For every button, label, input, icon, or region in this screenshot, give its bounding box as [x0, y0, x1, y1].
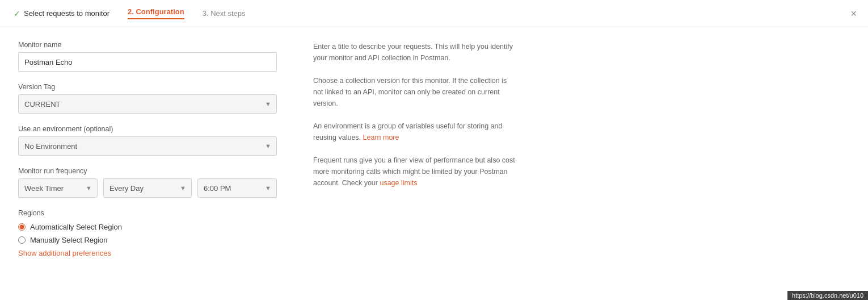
stepper-label-3: 3. Next steps [203, 9, 246, 18]
stepper-label-2: 2. Configuration [128, 7, 184, 16]
main-content: Monitor name Version Tag CURRENT ▼ Use a… [0, 27, 868, 300]
usage-limits-link[interactable]: usage limits [380, 179, 417, 187]
monitor-name-label: Monitor name [18, 41, 277, 49]
regions-group: Regions Automatically Select Region Manu… [18, 209, 277, 257]
time-select-wrapper: 6:00 PM ▼ [197, 178, 277, 198]
version-tag-select-wrapper: CURRENT ▼ [18, 94, 277, 114]
regions-label: Regions [18, 209, 277, 217]
frequency-help: Frequent runs give you a finer view of p… [313, 155, 515, 189]
auto-region-label: Automatically Select Region [30, 223, 122, 231]
version-tag-label: Version Tag [18, 83, 277, 91]
show-additional-prefs-button[interactable]: Show additional preferences [18, 249, 111, 257]
stepper-item-1[interactable]: ✓ Select requests to monitor [14, 9, 109, 18]
stepper-bar: ✓ Select requests to monitor 2. Configur… [0, 0, 868, 27]
stepper-item-3[interactable]: 3. Next steps [203, 9, 246, 18]
learn-more-link[interactable]: Learn more [363, 134, 399, 141]
stepper-label-1: Select requests to monitor [24, 9, 109, 18]
form-section: Monitor name Version Tag CURRENT ▼ Use a… [0, 27, 295, 300]
environment-group: Use an environment (optional) No Environ… [18, 125, 277, 156]
monitor-name-input[interactable] [18, 52, 277, 72]
manual-region-label: Manually Select Region [30, 236, 108, 244]
monitor-name-help: Enter a title to describe your requests.… [313, 41, 515, 64]
monitor-name-help-text: Enter a title to describe your requests.… [313, 43, 513, 62]
frequency-row: Week Timer ▼ Every Day ▼ 6:00 PM ▼ [18, 178, 277, 198]
monitor-name-group: Monitor name [18, 41, 277, 72]
environment-label: Use an environment (optional) [18, 125, 277, 133]
auto-region-radio[interactable] [18, 223, 26, 231]
period-select[interactable]: Every Day [103, 178, 192, 198]
help-section: Enter a title to describe your requests.… [295, 27, 533, 300]
environment-select[interactable]: No Environment [18, 136, 277, 156]
check-icon: ✓ [14, 9, 20, 18]
auto-region-option: Automatically Select Region [18, 223, 277, 231]
run-frequency-group: Monitor run frequency Week Timer ▼ Every… [18, 167, 277, 198]
timer-select[interactable]: Week Timer [18, 178, 98, 198]
time-select[interactable]: 6:00 PM [197, 178, 277, 198]
version-tag-help: Choose a collection version for this mon… [313, 75, 515, 109]
version-tag-group: Version Tag CURRENT ▼ [18, 83, 277, 114]
close-button[interactable]: × [850, 7, 857, 19]
stepper-item-2[interactable]: 2. Configuration [128, 7, 184, 19]
environment-help: An environment is a group of variables u… [313, 120, 515, 143]
manual-region-option: Manually Select Region [18, 236, 277, 244]
version-tag-select[interactable]: CURRENT [18, 94, 277, 114]
version-tag-help-text: Choose a collection version for this mon… [313, 77, 507, 107]
period-select-wrapper: Every Day ▼ [103, 178, 192, 198]
environment-help-text: An environment is a group of variables u… [313, 122, 503, 141]
timer-select-wrapper: Week Timer ▼ [18, 178, 98, 198]
run-frequency-label: Monitor run frequency [18, 167, 277, 175]
environment-select-wrapper: No Environment ▼ [18, 136, 277, 156]
manual-region-radio[interactable] [18, 236, 26, 244]
